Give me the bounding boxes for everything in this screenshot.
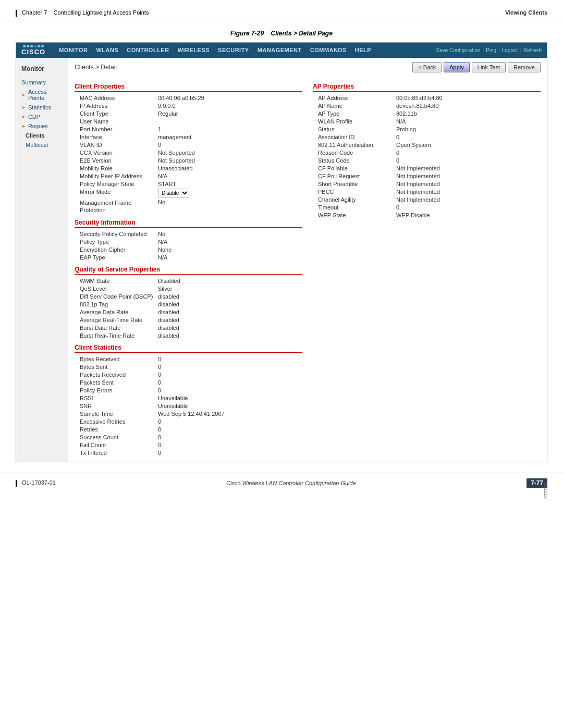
prop-wlan-profile: WLAN Profile N/A	[313, 118, 541, 125]
nav-security[interactable]: SECURITY	[214, 45, 253, 55]
nav-wlans[interactable]: WLANs	[92, 45, 123, 55]
figure-label: Figure 7-29	[230, 30, 264, 37]
prop-value-policy-type: N/A	[158, 239, 302, 245]
prop-value-vlan-id: 0	[158, 142, 302, 148]
prop-user-name: User Name	[75, 118, 302, 125]
sidebar-label-rogues: Rogues	[28, 123, 48, 129]
prop-value-mobility-role: Unassociated	[158, 165, 302, 171]
prop-value-tx-filtered: 0	[158, 450, 302, 456]
prop-value-qos-level: Silver	[158, 286, 302, 292]
figure-caption: Figure 7-29 Clients > Detail Page	[0, 30, 563, 37]
prop-value-excessive-retries: 0	[158, 418, 302, 425]
prop-label-security-policy-completed: Security Policy Completed	[75, 231, 158, 237]
section-title: Viewing Clients	[505, 9, 547, 16]
prop-burst-data-rate: Burst Data Rate disabled	[75, 325, 302, 331]
arrow-icon-cdp: ►	[21, 114, 26, 119]
refresh-link[interactable]: Refresh	[523, 47, 542, 53]
prop-snr: SNR Unavailable	[75, 403, 302, 409]
prop-value-timeout: 0	[396, 204, 541, 211]
prop-value-cf-pollable: Not Implemented	[396, 165, 541, 171]
cisco-dot-1	[23, 45, 26, 47]
prop-label-vlan-id: VLAN ID	[75, 142, 158, 148]
prop-label-ap-address: AP Address	[313, 95, 396, 101]
footer-ol-number: OL-17037-01	[22, 479, 56, 486]
ping-link[interactable]: Ping	[486, 47, 496, 53]
prop-label-pbcc: PBCC	[313, 189, 396, 195]
prop-label-bytes-received: Bytes Received	[75, 356, 158, 362]
prop-value-port-number: 1	[158, 126, 302, 132]
mirror-mode-select[interactable]: Disable Enable	[158, 189, 189, 198]
sidebar-label-cdp: CDP	[28, 114, 40, 120]
sidebar-item-statistics[interactable]: ► Statistics	[16, 103, 68, 112]
prop-fail-count: Fail Count 0	[75, 442, 302, 448]
prop-value-encryption-cipher: None	[158, 246, 302, 253]
sidebar-item-summary[interactable]: Summary	[16, 78, 68, 87]
prop-value-association-id: 0	[396, 134, 541, 140]
nav-help[interactable]: HELP	[351, 45, 375, 55]
prop-label-sample-time: Sample Time	[75, 411, 158, 417]
nav-monitor[interactable]: MONITOR	[55, 45, 92, 55]
prop-success-count: Success Count 0	[75, 434, 302, 440]
prop-label-snr: SNR	[75, 403, 158, 409]
prop-label-retries: Retries	[75, 426, 158, 433]
prop-label-ap-name: AP Name	[313, 103, 396, 109]
prop-label-8021p-tag: 802.1p Tag	[75, 301, 158, 307]
prop-80211-auth: 802.11 Authentication Open System	[313, 142, 541, 148]
prop-label-channel-agility: Channel Agility	[313, 196, 396, 203]
prop-value-avg-data-rate: disabled	[158, 309, 302, 315]
prop-value-sample-time: Wed Sep 5 12:40:41 2007	[158, 411, 302, 417]
prop-label-policy-manager-state: Policy Manager State	[75, 181, 158, 187]
prop-label-80211-auth: 802.11 Authentication	[313, 142, 396, 148]
sidebar-item-cdp[interactable]: ► CDP	[16, 112, 68, 121]
prop-policy-manager-state: Policy Manager State START	[75, 181, 302, 187]
nav-management[interactable]: MANAGEMENT	[253, 45, 306, 55]
prop-value-packets-received: 0	[158, 372, 302, 378]
prop-label-wep-state: WEP State	[313, 212, 396, 218]
sidebar-item-multicast[interactable]: Multicast	[16, 140, 68, 150]
nav-commands[interactable]: COMMANDS	[306, 45, 351, 55]
nav-items: MONITOR WLANs CONTROLLER WIRELESS SECURI…	[55, 45, 436, 55]
prop-label-e2e-version: E2E Version	[75, 157, 158, 164]
cisco-dot-4	[34, 45, 36, 47]
prop-label-mobility-role: Mobility Role	[75, 165, 158, 171]
prop-packets-sent: Packets Sent 0	[75, 379, 302, 386]
prop-label-dscp: Diff Serv Code Point (DSCP)	[75, 293, 158, 300]
sidebar-item-rogues[interactable]: ► Rogues	[16, 121, 68, 131]
prop-label-short-preamble: Short Preamble	[313, 181, 396, 187]
nav-right-links: Save Configuration | Ping | Logout | Ref…	[436, 47, 542, 53]
nav-controller[interactable]: CONTROLLER	[123, 45, 173, 55]
prop-interface: Interface management	[75, 134, 302, 140]
prop-label-wmm-state: WMM State	[75, 278, 158, 284]
prop-label-rssi: RSSI	[75, 395, 158, 401]
logout-link[interactable]: Logout	[502, 47, 518, 53]
footer-left: OL-17037-01	[16, 479, 56, 487]
page-header: Chapter 7 Controlling Lightweight Access…	[0, 0, 563, 20]
prop-policy-type: Policy Type N/A	[75, 239, 302, 245]
prop-label-mobility-peer-ip: Mobility Peer IP Address	[75, 173, 158, 179]
content-box: CISCO MONITOR WLANs CONTROLLER WIRELESS …	[16, 42, 547, 463]
prop-packets-received: Packets Received 0	[75, 372, 302, 378]
prop-value-burst-data-rate: disabled	[158, 325, 302, 331]
remove-button[interactable]: Remove	[508, 62, 541, 72]
prop-label-reason-code: Reason Code	[313, 150, 396, 156]
prop-label-association-id: Association ID	[313, 134, 396, 140]
prop-status-code: Status Code 0	[313, 157, 541, 164]
prop-short-preamble: Short Preamble Not Implemented	[313, 181, 541, 187]
nav-wireless[interactable]: WIRELESS	[174, 45, 214, 55]
bold-bar	[16, 10, 17, 17]
prop-value-short-preamble: Not Implemented	[396, 181, 541, 187]
back-button[interactable]: < Back	[412, 62, 442, 72]
apply-button[interactable]: Apply	[444, 62, 470, 72]
save-config-link[interactable]: Save Configuration	[436, 47, 480, 53]
prop-mirror-mode: Mirror Mode Disable Enable	[75, 189, 302, 198]
prop-ap-address: AP Address 00:0b:85:d2:b4:80	[313, 95, 541, 101]
prop-label-timeout: Timeout	[313, 204, 396, 211]
prop-ap-type: AP Type 802.11b	[313, 110, 541, 117]
prop-policy-errors: Policy Errors 0	[75, 387, 302, 393]
prop-value-burst-realtime-rate: disabled	[158, 332, 302, 339]
qos-properties-header: Quality of Service Properties	[75, 266, 302, 275]
cisco-brand: CISCO	[21, 48, 45, 56]
link-test-button[interactable]: Link Test	[472, 62, 506, 72]
sidebar-item-access-points[interactable]: ► Access Points	[16, 87, 68, 103]
prop-qos-level: QoS Level Silver	[75, 286, 302, 292]
